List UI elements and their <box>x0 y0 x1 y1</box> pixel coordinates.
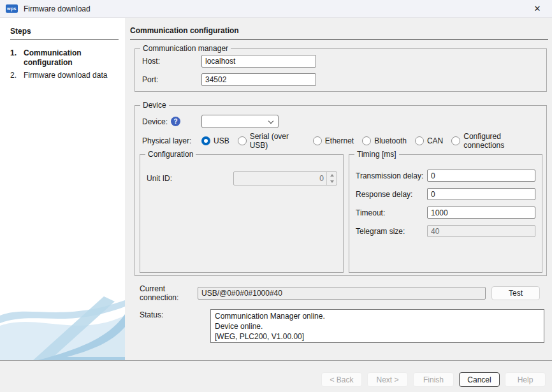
current-connection-value <box>198 287 486 300</box>
radio-icon[interactable] <box>238 136 247 145</box>
timeout-row: Timeout: <box>356 207 535 219</box>
configuration-group: Configuration Unit ID: 0 <box>140 154 344 273</box>
status-box: Communication Manager online. Device onl… <box>210 309 544 343</box>
timeout-input[interactable] <box>427 207 535 219</box>
radio-icon[interactable] <box>451 136 460 145</box>
test-button[interactable]: Test <box>491 286 540 300</box>
page-title: Communication configuration <box>130 26 548 40</box>
device-group: Device Device: ? Physical layer: USB Ser… <box>134 105 547 276</box>
step-item-firmware-download-data: 2. Firmware download data <box>0 71 125 83</box>
timing-group: Timing [ms] Transmission delay: Response… <box>349 154 542 273</box>
radio-label: Ethernet <box>325 136 354 145</box>
step-label: Communication configuration <box>24 48 114 68</box>
group-legend: Timing [ms] <box>354 150 399 159</box>
response-delay-input[interactable] <box>427 188 535 200</box>
step-number: 1. <box>10 48 24 68</box>
group-legend: Device <box>140 101 169 110</box>
unit-id-label: Unit ID: <box>147 174 172 183</box>
port-row: Port: <box>142 73 546 86</box>
device-select[interactable] <box>201 115 279 128</box>
physical-layer-label: Physical layer: <box>142 136 201 145</box>
device-label: Device: <box>142 117 168 126</box>
status-line: [WEG, PLC200, V1.00.00] <box>215 331 540 342</box>
port-input[interactable] <box>201 73 316 86</box>
decorative-swoosh-graphic <box>0 296 125 360</box>
steps-sidebar: Steps 1. Communication configuration 2. … <box>0 18 125 360</box>
radio-label: USB <box>214 136 229 145</box>
stepper-up-icon[interactable] <box>327 172 337 178</box>
back-button: < Back <box>321 372 362 387</box>
radio-configured-connections[interactable]: Configured connections <box>451 132 538 150</box>
radio-label: Configured connections <box>463 132 538 150</box>
telegram-size-row: Telegram size: <box>356 225 535 237</box>
stepper-down-icon[interactable] <box>327 178 337 185</box>
device-label-wrap: Device: ? <box>142 117 201 126</box>
device-inner-boxes: Configuration Unit ID: 0 Timing [ms] <box>140 154 542 273</box>
title-bar: wps Firmware download ✕ <box>0 0 552 18</box>
host-label: Host: <box>142 57 201 66</box>
response-delay-label: Response delay: <box>356 190 427 199</box>
window-title: Firmware download <box>24 4 91 13</box>
radio-label: CAN <box>427 136 443 145</box>
response-delay-row: Response delay: <box>356 188 535 200</box>
radio-ethernet[interactable]: Ethernet <box>313 136 354 145</box>
help-button: Help <box>505 372 546 387</box>
chevron-down-icon <box>268 119 273 124</box>
radio-can[interactable]: CAN <box>415 136 443 145</box>
finish-button: Finish <box>413 372 454 387</box>
wps-logo-icon: wps <box>6 4 18 13</box>
group-legend: Configuration <box>145 150 196 159</box>
status-row: Status: Communication Manager online. De… <box>140 309 544 343</box>
radio-icon[interactable] <box>313 136 322 145</box>
radio-label: Bluetooth <box>374 136 407 145</box>
status-line: Device online. <box>215 321 540 331</box>
transmission-delay-input[interactable] <box>427 170 535 182</box>
status-line: Communication Manager online. <box>215 311 540 321</box>
radio-icon[interactable] <box>201 136 210 145</box>
device-row: Device: ? <box>142 115 546 128</box>
current-connection-label: Current connection: <box>140 284 198 302</box>
radio-bluetooth[interactable]: Bluetooth <box>362 136 407 145</box>
unit-id-stepper: 0 <box>233 171 337 185</box>
timing-rows: Transmission delay: Response delay: Time… <box>349 155 542 237</box>
wizard-button-bar: < Back Next > Finish Cancel Help <box>0 360 552 392</box>
telegram-size-input <box>427 225 535 237</box>
group-legend: Communication manager <box>140 44 231 53</box>
radio-usb[interactable]: USB <box>201 136 229 145</box>
radio-icon[interactable] <box>362 136 371 145</box>
current-connection-row: Current connection: Test <box>140 284 547 302</box>
close-icon[interactable]: ✕ <box>523 0 552 18</box>
cancel-button[interactable]: Cancel <box>459 372 500 387</box>
port-label: Port: <box>142 75 201 84</box>
next-button: Next > <box>367 372 408 387</box>
transmission-delay-row: Transmission delay: <box>356 170 535 182</box>
host-row: Host: <box>142 55 546 68</box>
unit-id-value: 0 <box>234 172 326 185</box>
timeout-label: Timeout: <box>356 208 427 217</box>
telegram-size-label: Telegram size: <box>356 227 427 236</box>
steps-list: 1. Communication configuration 2. Firmwa… <box>0 48 125 83</box>
help-icon[interactable]: ? <box>171 117 180 126</box>
communication-manager-group: Communication manager Host: Port: <box>134 48 547 92</box>
physical-layer-row: Physical layer: USB Serial (over USB) Et… <box>142 136 546 145</box>
unit-id-row: Unit ID: 0 <box>147 171 337 185</box>
stepper-buttons <box>326 172 337 185</box>
step-item-communication-configuration: 1. Communication configuration <box>0 48 125 71</box>
transmission-delay-label: Transmission delay: <box>356 171 427 180</box>
radio-icon[interactable] <box>415 136 424 145</box>
status-label: Status: <box>140 309 210 343</box>
radio-label: Serial (over USB) <box>250 132 305 150</box>
step-number: 2. <box>10 71 24 80</box>
steps-heading: Steps <box>10 27 119 40</box>
step-label: Firmware download data <box>24 71 114 80</box>
radio-serial-over-usb[interactable]: Serial (over USB) <box>238 132 305 150</box>
host-input[interactable] <box>201 55 316 68</box>
main-panel: Communication configuration Communicatio… <box>125 18 552 360</box>
